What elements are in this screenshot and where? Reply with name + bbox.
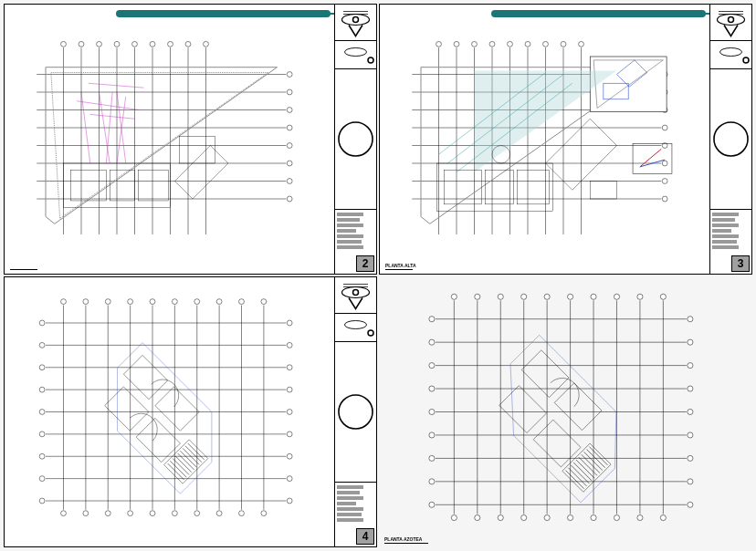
svg-point-204	[637, 294, 643, 299]
svg-line-168	[170, 461, 186, 477]
sheet-number: 2	[356, 255, 374, 272]
svg-point-28	[287, 108, 292, 113]
svg-point-205	[660, 294, 666, 299]
svg-point-174	[345, 321, 367, 329]
svg-point-214	[637, 515, 643, 520]
svg-point-147	[287, 320, 292, 326]
header-band	[116, 10, 331, 17]
svg-point-98	[714, 122, 748, 156]
svg-point-57	[472, 41, 478, 47]
svg-point-231	[688, 455, 693, 461]
svg-rect-159	[136, 418, 180, 462]
svg-point-170	[342, 287, 370, 298]
svg-point-148	[287, 342, 292, 348]
svg-point-211	[568, 515, 573, 520]
svg-rect-37	[138, 171, 168, 201]
svg-point-17	[204, 41, 209, 47]
svg-point-229	[688, 409, 693, 414]
svg-point-135	[216, 511, 222, 516]
svg-point-230	[688, 432, 693, 438]
svg-line-166	[175, 456, 192, 473]
svg-point-207	[475, 515, 480, 520]
svg-point-124	[194, 299, 200, 305]
svg-point-224	[429, 502, 435, 507]
svg-point-228	[688, 386, 693, 391]
svg-point-223	[429, 479, 435, 484]
svg-point-61	[543, 41, 549, 47]
svg-point-10	[79, 41, 84, 47]
svg-point-63	[579, 41, 584, 47]
svg-point-209	[521, 515, 527, 520]
svg-point-131	[128, 511, 133, 516]
svg-point-200	[544, 294, 550, 299]
svg-point-32	[287, 179, 292, 184]
svg-rect-158	[105, 387, 149, 431]
svg-point-140	[39, 365, 45, 370]
svg-point-60	[525, 41, 530, 47]
drawing-set-container: 2	[0, 0, 756, 551]
svg-point-155	[287, 498, 292, 504]
svg-line-245	[573, 463, 592, 481]
svg-rect-88	[485, 171, 513, 204]
svg-point-146	[39, 498, 45, 504]
svg-point-39	[342, 15, 370, 26]
drawing-area-2	[10, 23, 331, 268]
svg-point-145	[39, 476, 45, 482]
svg-point-30	[287, 143, 292, 149]
svg-point-118	[61, 299, 67, 305]
svg-line-241	[584, 452, 603, 470]
svg-point-137	[261, 511, 267, 516]
svg-point-9	[61, 41, 67, 47]
svg-line-242	[582, 454, 600, 473]
svg-point-120	[105, 299, 110, 305]
svg-point-40	[353, 17, 359, 23]
svg-point-197	[475, 294, 480, 299]
svg-point-227	[688, 363, 693, 369]
north-arrow-icon	[710, 69, 751, 210]
sheet-label-3: PLANTA ALTA	[385, 263, 416, 270]
logo-stamp-icon	[710, 5, 751, 41]
logo-stamp-icon	[335, 277, 376, 314]
svg-line-247	[568, 468, 586, 486]
sheet-number: 4	[356, 528, 374, 545]
svg-point-125	[216, 299, 222, 305]
svg-point-16	[185, 41, 191, 47]
svg-point-96	[720, 48, 742, 57]
svg-point-153	[287, 453, 292, 459]
svg-point-171	[353, 290, 359, 296]
svg-point-58	[489, 41, 495, 47]
svg-point-78	[662, 179, 667, 184]
svg-point-201	[568, 294, 573, 299]
middle-block	[335, 314, 376, 342]
svg-point-55	[436, 41, 442, 47]
drawing-area-4	[10, 283, 331, 541]
sheet-label-2	[10, 268, 37, 270]
svg-point-26	[287, 72, 292, 78]
svg-point-142	[39, 410, 45, 415]
north-arrow-icon	[335, 342, 376, 483]
svg-point-122	[150, 299, 155, 305]
svg-point-154	[287, 476, 292, 482]
svg-line-244	[576, 460, 594, 478]
svg-line-246	[571, 465, 589, 483]
sheet-2: 2	[4, 4, 377, 275]
svg-point-75	[662, 125, 667, 130]
titleblock-2: 2	[334, 5, 376, 274]
svg-point-152	[287, 431, 292, 437]
svg-point-219	[429, 386, 435, 391]
svg-point-138	[39, 320, 45, 326]
svg-rect-82	[633, 144, 672, 174]
svg-rect-89	[517, 171, 549, 204]
svg-point-43	[345, 48, 367, 57]
svg-point-150	[287, 387, 292, 392]
grid	[39, 299, 292, 516]
svg-point-79	[662, 196, 667, 202]
svg-point-136	[239, 511, 245, 516]
sheet-3: PLANTA ALTA 3	[379, 4, 752, 275]
svg-rect-157	[155, 387, 199, 431]
drawing-area-br	[384, 282, 747, 542]
svg-point-121	[128, 299, 133, 305]
svg-point-151	[287, 410, 292, 415]
titleblock-info: 3	[710, 210, 751, 274]
svg-point-13	[132, 41, 138, 47]
